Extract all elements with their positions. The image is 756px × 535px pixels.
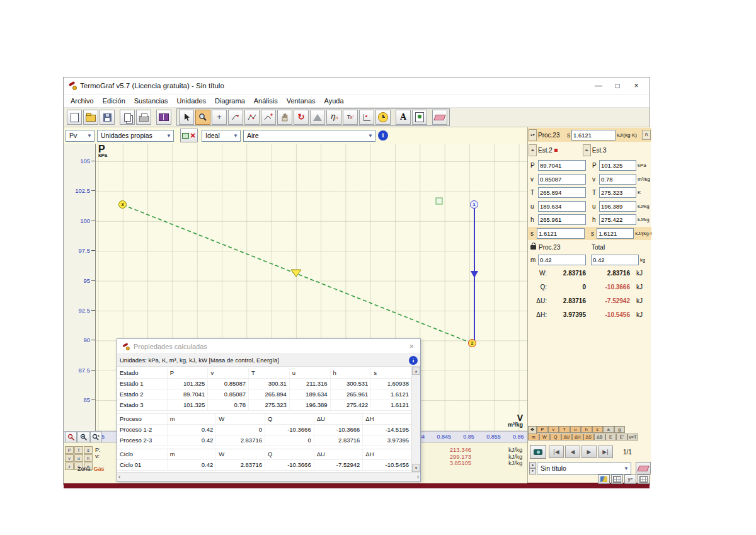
zoom-window-button[interactable]	[90, 432, 102, 443]
polyline-tool-button[interactable]	[244, 110, 260, 125]
table-view-button[interactable]	[611, 475, 623, 484]
dialog-horizontal-scrollbar[interactable]: ‹ ›	[117, 472, 420, 481]
property-display-button[interactable]: h	[581, 426, 592, 433]
isoline-toggle-button[interactable]: ✕	[180, 129, 198, 142]
property-toggle-button[interactable]: z	[65, 463, 74, 470]
efficiency-tool-button[interactable]: ηu	[326, 110, 341, 125]
save-button[interactable]	[100, 110, 115, 125]
est2-h-input[interactable]	[538, 214, 586, 225]
property-display-button[interactable]: v	[548, 426, 559, 433]
clear-document-button[interactable]	[636, 462, 651, 475]
menu-item[interactable]: Análisis	[249, 96, 282, 106]
property-display-button[interactable]: s	[592, 426, 604, 433]
menu-item[interactable]: Ayuda	[320, 96, 348, 106]
polyline-add-tool-button[interactable]	[261, 110, 276, 125]
clock-tool-button[interactable]	[375, 110, 391, 125]
ts-tool-button[interactable]: Ts'	[343, 110, 358, 125]
energy-display-button[interactable]: E'	[616, 434, 627, 440]
scroll-left-icon[interactable]: ‹	[118, 473, 120, 481]
property-toggle-button[interactable]: s	[84, 446, 93, 454]
dialog-info-icon[interactable]: i	[409, 356, 418, 365]
property-display-button[interactable]: g	[614, 426, 626, 433]
est3-P-input[interactable]	[599, 160, 636, 171]
process-selector-button[interactable]: ▸▾	[529, 129, 537, 141]
est3-v-input[interactable]	[599, 174, 636, 185]
substance-combo[interactable]: Aire ▼	[243, 130, 375, 142]
dialog-vertical-scrollbar[interactable]: ▲ ▼	[411, 367, 420, 472]
state-tool-button[interactable]: +	[212, 110, 227, 125]
process-tool-button[interactable]	[228, 110, 243, 125]
scroll-up-icon[interactable]: ▲	[412, 367, 420, 375]
property-toggle-button[interactable]: T	[74, 446, 83, 454]
diagram-view-button[interactable]	[598, 475, 610, 484]
est3-u-input[interactable]	[599, 201, 636, 212]
menu-item[interactable]: Unidades	[173, 96, 210, 106]
copy-button[interactable]	[120, 110, 135, 125]
open-button[interactable]	[83, 110, 98, 125]
property-display-button[interactable]: a	[603, 426, 614, 433]
est3-s-input[interactable]	[597, 228, 634, 239]
info-icon[interactable]: i	[378, 130, 388, 141]
state-2-marker[interactable]: 2	[468, 339, 476, 347]
est3-h-input[interactable]	[599, 214, 636, 225]
property-display-button[interactable]: P	[537, 426, 548, 433]
property-display-button[interactable]: T	[559, 426, 570, 433]
est2-u-input[interactable]	[538, 201, 586, 212]
property-toggle-button[interactable]: h	[84, 454, 93, 462]
document-spinner[interactable]: ▲▼	[529, 462, 536, 475]
property-display-button[interactable]: u	[570, 426, 581, 433]
zoom-in-button[interactable]	[77, 432, 89, 443]
mass-proc-input[interactable]	[538, 255, 586, 265]
energy-display-button[interactable]: Q	[550, 434, 561, 440]
state3-selector-button[interactable]: •▸	[583, 144, 591, 156]
process-s-input[interactable]	[571, 130, 616, 141]
state2-selector-button[interactable]: •▸	[529, 144, 537, 156]
menu-item[interactable]: Edición	[98, 96, 130, 106]
pan-tool-button[interactable]	[277, 110, 292, 125]
new-document-button[interactable]	[67, 110, 82, 125]
est2-P-input[interactable]	[538, 160, 586, 171]
zoom-out-button[interactable]	[65, 432, 77, 443]
text-tool-button[interactable]: A	[396, 110, 411, 125]
print-button[interactable]	[136, 110, 151, 125]
menu-item[interactable]: Ventanas	[282, 96, 320, 106]
maximize-button[interactable]: □	[608, 80, 627, 91]
property-toggle-button[interactable]: u	[74, 454, 83, 462]
mass-total-input[interactable]	[591, 255, 639, 265]
next-page-button[interactable]: ▶	[581, 446, 597, 458]
scroll-right-icon[interactable]: ›	[417, 473, 419, 481]
energy-display-button[interactable]: ΔU	[561, 434, 573, 440]
menu-item[interactable]: Archivo	[66, 96, 98, 106]
state-3-marker[interactable]: 3	[118, 200, 127, 209]
energy-display-button[interactable]: m	[528, 434, 539, 440]
property-toggle-button[interactable]: v	[65, 454, 74, 462]
diagram-type-combo[interactable]: Pv ▼	[66, 130, 94, 142]
est2-v-input[interactable]	[538, 174, 586, 185]
energy-display-button[interactable]: ΔS	[583, 434, 595, 440]
property-toggle-button[interactable]: P	[65, 446, 74, 454]
help-book-button[interactable]	[156, 110, 171, 125]
image-tool-button[interactable]	[412, 110, 427, 125]
energy-display-button[interactable]: v=T	[627, 434, 639, 440]
first-page-button[interactable]: |◀	[549, 446, 564, 458]
undo-rotate-tool-button[interactable]: ↻	[294, 110, 309, 125]
document-combo[interactable]: Sin título ▼	[537, 463, 631, 475]
grid-view-button[interactable]	[638, 475, 650, 484]
energy-display-button[interactable]: ΔB	[594, 434, 605, 440]
eraser-tool-button[interactable]	[432, 110, 447, 125]
energy-display-button[interactable]: W	[539, 434, 551, 440]
last-page-button[interactable]: ▶|	[598, 446, 613, 458]
select-tool-button[interactable]	[179, 110, 194, 125]
state-1-marker[interactable]: 1	[470, 200, 478, 209]
snapshot-button[interactable]	[530, 445, 546, 459]
est3-T-input[interactable]	[599, 187, 636, 198]
substance-quick-button[interactable]: ñ	[642, 130, 651, 140]
area-tool-button[interactable]	[310, 110, 325, 125]
values-view-button[interactable]: y=	[624, 475, 636, 484]
est2-s-input[interactable]	[537, 228, 585, 239]
scroll-down-icon[interactable]: ▼	[412, 464, 420, 472]
close-button[interactable]: ×	[627, 80, 646, 91]
axis-tool-button[interactable]	[359, 110, 374, 125]
est2-T-input[interactable]	[538, 187, 586, 198]
energy-display-button[interactable]: E	[605, 434, 617, 440]
